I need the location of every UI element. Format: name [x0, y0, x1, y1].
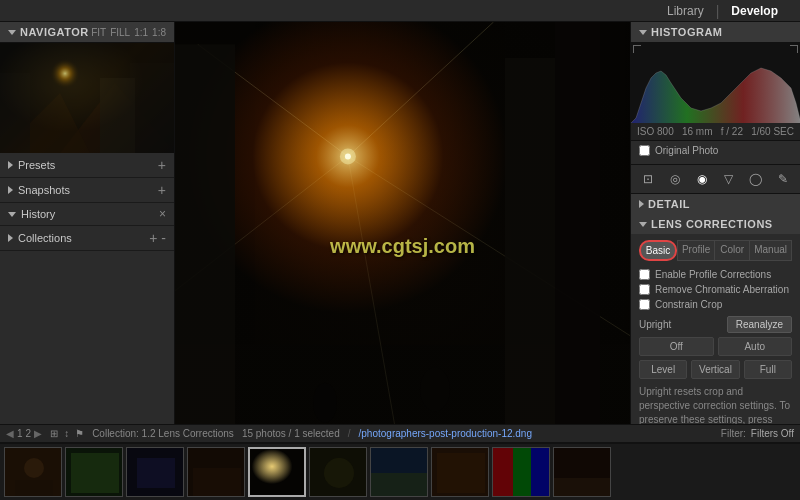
- history-clear-icon[interactable]: ×: [159, 208, 166, 220]
- svg-point-25: [340, 148, 356, 164]
- zoom-18[interactable]: 1:8: [152, 27, 166, 38]
- exif-aperture: f / 22: [721, 126, 743, 137]
- remove-chromatic-checkbox[interactable]: [639, 284, 650, 295]
- tab-profile[interactable]: Profile: [677, 240, 714, 261]
- svg-rect-48: [554, 478, 611, 497]
- presets-label: Presets: [18, 159, 55, 171]
- upright-auto-btn[interactable]: Auto: [718, 337, 793, 356]
- upright-vertical-btn[interactable]: Vertical: [691, 360, 739, 379]
- navigator-label: Navigator: [20, 26, 89, 38]
- svg-rect-45: [513, 448, 531, 497]
- develop-nav[interactable]: Develop: [719, 4, 790, 18]
- constrain-crop-checkbox[interactable]: [639, 299, 650, 310]
- file-path[interactable]: /photographers-post-production-12.dng: [359, 428, 532, 439]
- reanalyze-button[interactable]: Reanalyze: [727, 316, 792, 333]
- prev-page-arrow[interactable]: ◀: [6, 428, 14, 439]
- snapshots-row[interactable]: Snapshots +: [0, 178, 174, 203]
- filter-area: Filter: Filters Off: [721, 428, 794, 439]
- histogram-triangle: [639, 30, 647, 35]
- top-bar: Library | Develop: [0, 0, 800, 22]
- svg-rect-20: [505, 58, 555, 470]
- original-photo-label: Original Photo: [655, 145, 718, 156]
- svg-rect-36: [250, 449, 306, 497]
- upright-level-btn[interactable]: Level: [639, 360, 687, 379]
- svg-rect-5: [130, 63, 174, 153]
- zoom-11[interactable]: 1:1: [134, 27, 148, 38]
- grid-view-icon[interactable]: ⊞: [50, 428, 58, 439]
- lens-corrections-triangle: [639, 222, 647, 227]
- radial-filter-icon[interactable]: ◯: [745, 170, 767, 188]
- filter-value[interactable]: Filters Off: [751, 428, 794, 439]
- svg-rect-4: [0, 73, 30, 153]
- history-triangle: [8, 212, 16, 217]
- exif-focal: 16 mm: [682, 126, 713, 137]
- svg-rect-44: [493, 448, 513, 497]
- zoom-fill[interactable]: FILL: [110, 27, 130, 38]
- navigator-zoom-controls[interactable]: FIT FILL 1:1 1:8: [91, 27, 166, 38]
- path-separator: /: [348, 428, 351, 439]
- remove-chromatic-row: Remove Chromatic Aberration: [639, 284, 792, 295]
- filmstrip-thumb-5[interactable]: [248, 447, 306, 497]
- navigator-image: [0, 43, 174, 153]
- upright-full-btn[interactable]: Full: [744, 360, 792, 379]
- zoom-fit[interactable]: FIT: [91, 27, 106, 38]
- filmstrip-thumb-3[interactable]: [126, 447, 184, 497]
- presets-add-icon[interactable]: +: [158, 158, 166, 172]
- tab-color[interactable]: Color: [714, 240, 749, 261]
- collections-add-icon[interactable]: +: [149, 231, 157, 245]
- histogram-section: Histogram: [631, 22, 800, 123]
- filmstrip-thumb-4[interactable]: [187, 447, 245, 497]
- exif-shutter: 1/60 SEC: [751, 126, 794, 137]
- original-photo-checkbox[interactable]: [639, 145, 650, 156]
- filmstrip-thumb-6[interactable]: [309, 447, 367, 497]
- crop-tool-icon[interactable]: ⊡: [637, 170, 659, 188]
- svg-rect-6: [100, 78, 135, 153]
- tab-manual[interactable]: Manual: [749, 240, 792, 261]
- svg-point-23: [420, 367, 450, 411]
- history-label: History: [21, 208, 55, 220]
- spot-heal-icon[interactable]: ◎: [664, 170, 686, 188]
- constrain-crop-label: Constrain Crop: [655, 299, 722, 310]
- enable-profile-checkbox[interactable]: [639, 269, 650, 280]
- upright-off-btn[interactable]: Off: [639, 337, 714, 356]
- next-page-arrow[interactable]: ▶: [34, 428, 42, 439]
- navigator-header[interactable]: Navigator FIT FILL 1:1 1:8: [0, 22, 174, 43]
- svg-point-27: [24, 458, 44, 478]
- snapshots-add-icon[interactable]: +: [158, 183, 166, 197]
- filmstrip-thumb-8[interactable]: [431, 447, 489, 497]
- svg-rect-40: [371, 473, 428, 497]
- svg-rect-28: [15, 480, 53, 497]
- collections-label: Collections: [18, 232, 72, 244]
- snapshots-label: Snapshots: [18, 184, 70, 196]
- filmstrip-thumb-2[interactable]: [65, 447, 123, 497]
- image-area[interactable]: www.cgtsj.com: [175, 22, 630, 470]
- red-eye-icon[interactable]: ◉: [691, 170, 713, 188]
- graduated-filter-icon[interactable]: ▽: [718, 170, 740, 188]
- history-row[interactable]: History ×: [0, 203, 174, 226]
- presets-triangle: [8, 161, 13, 169]
- filmstrip-thumb-7[interactable]: [370, 447, 428, 497]
- detail-section-header[interactable]: Detail: [631, 194, 800, 214]
- upright-row: Upright Reanalyze: [639, 316, 792, 333]
- lens-corrections-header[interactable]: Lens Corrections: [631, 214, 800, 234]
- lens-corrections-label: Lens Corrections: [651, 218, 773, 230]
- navigator-preview: [0, 43, 174, 153]
- library-nav[interactable]: Library: [655, 4, 716, 18]
- page-1: 1: [17, 428, 23, 439]
- flag-icon[interactable]: ⚑: [75, 428, 84, 439]
- presets-row[interactable]: Presets +: [0, 153, 174, 178]
- filmstrip-thumb-9[interactable]: [492, 447, 550, 497]
- svg-rect-46: [531, 448, 550, 497]
- adjustment-brush-icon[interactable]: ✎: [772, 170, 794, 188]
- histogram-header[interactable]: Histogram: [631, 22, 800, 43]
- status-bar: ◀ 1 2 ▶ ⊞ ↕ ⚑ Collection: 1.2 Lens Corre…: [0, 424, 800, 442]
- tab-basic[interactable]: Basic: [639, 240, 677, 261]
- sort-icon[interactable]: ↕: [64, 428, 69, 439]
- svg-point-22: [313, 383, 337, 423]
- collections-row[interactable]: Collections + -: [0, 226, 174, 251]
- filmstrip-thumb-10[interactable]: [553, 447, 611, 497]
- filmstrip-thumb-1[interactable]: [4, 447, 62, 497]
- exif-bar: ISO 800 16 mm f / 22 1/60 SEC: [631, 123, 800, 141]
- navigator-triangle: [8, 30, 16, 35]
- collections-minus-icon[interactable]: -: [161, 231, 166, 245]
